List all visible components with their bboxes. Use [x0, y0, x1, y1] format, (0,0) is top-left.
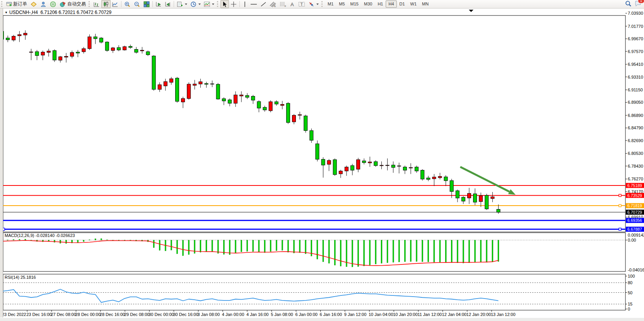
auto-trading-label: 自动交易	[67, 1, 86, 7]
candle	[24, 33, 27, 35]
line-chart-icon	[112, 1, 118, 7]
price-axis-label: 7.03930	[628, 11, 643, 15]
chart-shift-marker-icon[interactable]	[469, 10, 473, 12]
price-axis-label: 6.99670	[628, 36, 643, 41]
line-chart-button[interactable]	[111, 0, 120, 8]
timeframe-M1[interactable]: M1	[325, 0, 336, 8]
indicators-button[interactable]	[202, 0, 216, 8]
date-axis-label: 6 Jan 00:00	[295, 312, 318, 317]
candle	[368, 162, 372, 163]
horizontal-line-button[interactable]	[249, 0, 259, 8]
rsi-axis-label: 0	[628, 307, 630, 311]
signals-button[interactable]	[48, 0, 58, 8]
tile-windows-button[interactable]	[142, 0, 151, 8]
macd-indicator-label: MACD(12,26,9) -0.028140 -0.026623	[5, 233, 75, 238]
new-chart-button[interactable]	[175, 0, 189, 8]
date-axis-label: 12 Jan 20:00	[466, 312, 491, 317]
timeframe-H4[interactable]: H4	[386, 0, 396, 8]
candle	[257, 101, 261, 108]
fibonacci-button[interactable]: F	[278, 0, 288, 8]
candle	[246, 96, 249, 98]
candle	[18, 34, 21, 36]
trendline-button[interactable]	[259, 0, 268, 8]
date-axis-label: 23 Dec 16:00	[26, 312, 51, 317]
candlestick-chart-button[interactable]	[101, 0, 111, 8]
candle	[409, 168, 413, 168]
level-handle[interactable]	[619, 228, 621, 230]
date-axis-label: 28 Dec 00:00	[75, 312, 101, 317]
chart-window[interactable]: 7.039307.017706.996706.975706.954106.933…	[0, 8, 644, 321]
toolbar-separator	[152, 1, 153, 7]
rsi-axis-label: 15	[628, 302, 632, 306]
date-axis-label: 10 Jan 20:00	[393, 312, 418, 317]
timeframe-M15[interactable]: M15	[348, 0, 361, 8]
date-axis-label: 9 Jan 12:00	[344, 312, 367, 317]
bar-chart-icon	[94, 1, 100, 7]
toolbar-grip[interactable]	[89, 1, 91, 7]
toolbar-grip[interactable]	[321, 1, 324, 7]
text-button[interactable]: A	[288, 0, 297, 8]
timeframe-M30[interactable]: M30	[361, 0, 375, 8]
candle	[432, 177, 436, 179]
arrows-button[interactable]	[307, 0, 320, 8]
gold-badge-icon	[30, 1, 37, 7]
zoom-in-button[interactable]	[123, 0, 132, 8]
toolbar-separator	[239, 1, 240, 7]
search-button[interactable]	[625, 0, 632, 8]
chat-button[interactable]: 1	[635, 0, 642, 8]
cursor-button[interactable]	[220, 0, 229, 8]
timeframe-W1[interactable]: W1	[408, 0, 420, 8]
date-axis-label: 12 Jan 04:00	[442, 312, 467, 317]
candle	[35, 51, 39, 55]
macd-axis-label: -0.040162	[628, 268, 644, 272]
horizontal-line-icon	[250, 1, 257, 7]
vertical-line-button[interactable]	[241, 0, 249, 8]
candle	[123, 46, 126, 50]
chart-shift-button[interactable]	[163, 0, 173, 8]
date-axis-label: 6 Jan 16:00	[320, 312, 342, 317]
collapse-triangle-icon[interactable]: ▼	[5, 11, 8, 14]
price-axis-label: 6.91150	[628, 88, 643, 92]
zoom-out-button[interactable]	[132, 0, 142, 8]
profile-button[interactable]	[39, 0, 48, 8]
crosshair-button[interactable]	[229, 0, 238, 8]
auto-scroll-icon	[155, 1, 162, 7]
candle	[397, 166, 401, 166]
auto-scroll-button[interactable]	[154, 0, 163, 8]
period-button[interactable]	[189, 0, 202, 8]
equidistant-channel-button[interactable]: E	[268, 0, 278, 8]
candle	[41, 52, 44, 55]
timeframe-H1[interactable]: H1	[375, 0, 386, 8]
candle	[117, 48, 121, 50]
macd-axis-label: 0.009142	[628, 233, 644, 237]
new-order-button[interactable]: 新订单	[5, 0, 29, 8]
candle	[485, 195, 489, 209]
text-label-button[interactable]: T	[297, 0, 307, 8]
toolbar-grip[interactable]	[1, 1, 3, 7]
price-chart-canvas[interactable]: 7.039307.017706.996706.975706.954106.933…	[0, 0, 644, 321]
candle	[152, 56, 155, 89]
timeframe-D1[interactable]: D1	[397, 0, 408, 8]
level-handle[interactable]	[619, 194, 621, 197]
auto-trading-button[interactable]: 自动交易	[58, 0, 87, 8]
candle	[99, 38, 103, 42]
chart-shift-icon	[165, 1, 171, 7]
candle	[479, 196, 483, 202]
bar-chart-button[interactable]	[92, 0, 101, 8]
level-handle[interactable]	[619, 204, 621, 207]
gold-badge-button[interactable]	[29, 0, 39, 8]
date-axis-label: 4 Jan 00:00	[222, 312, 244, 317]
panel-frame	[3, 233, 625, 271]
timeframe-M5[interactable]: M5	[336, 0, 347, 8]
date-axis-label: 29 Dec 08:00	[124, 312, 149, 317]
date-axis-label: 28 Dec 16:00	[100, 312, 125, 317]
candle	[105, 42, 109, 50]
candle	[304, 116, 307, 130]
profile-icon	[40, 1, 47, 7]
new-order-icon	[6, 1, 12, 7]
timeframe-MN[interactable]: MN	[419, 0, 431, 8]
text-label-icon: T	[298, 1, 305, 7]
candle	[234, 95, 237, 103]
toolbar-grip[interactable]	[217, 1, 219, 7]
candle	[65, 56, 68, 57]
